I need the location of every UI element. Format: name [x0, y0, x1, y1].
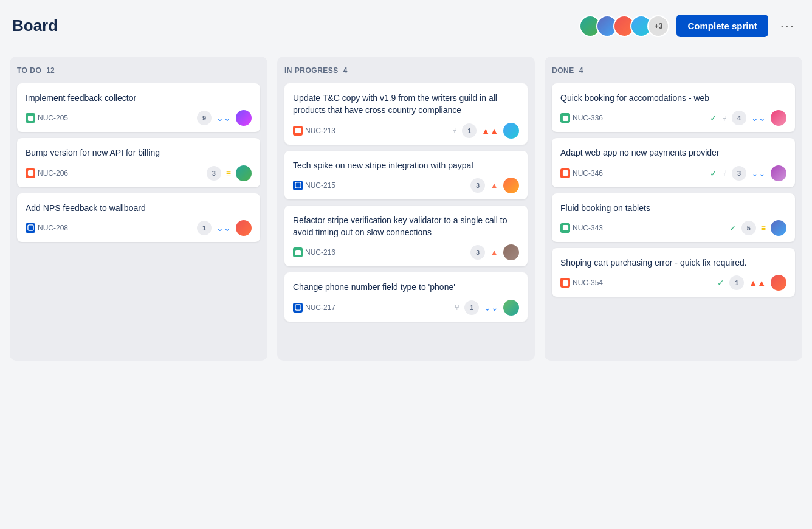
card-title: Shoping cart purchasing error - quick fi… [560, 257, 786, 269]
priority-icon: ⌄⌄ [751, 168, 766, 178]
priority-icon: ≡ [226, 168, 231, 178]
story-points-badge: 5 [741, 221, 756, 235]
avatar-more[interactable]: +3 [647, 15, 669, 37]
card[interactable]: Tech spike on new stripe integration wit… [284, 151, 528, 199]
card-footer: NUC-213 ⑂ 1 ▲▲ [293, 123, 519, 139]
issue-key: NUC-346 [573, 169, 603, 178]
story-points-badge: 1 [197, 221, 212, 235]
card[interactable]: Refactor stripe verification key validat… [284, 206, 528, 267]
column-todo: TO DO 12 Implement feedback collector NU… [10, 57, 267, 361]
card[interactable]: Implement feedback collector NUC-205 9 ⌄… [17, 83, 260, 132]
issue-key: NUC-343 [573, 224, 603, 232]
card[interactable]: Change phone number field type to 'phone… [284, 272, 528, 321]
header-right: +3 Complete sprint ··· [579, 15, 800, 37]
issue-tag: NUC-216 [293, 247, 335, 257]
issue-tag: NUC-217 [293, 303, 335, 313]
issue-type-icon [560, 113, 570, 123]
issue-type-icon [26, 113, 35, 123]
card-title: Refactor stripe verification key validat… [293, 214, 519, 239]
check-icon: ✓ [717, 278, 724, 288]
card[interactable]: Adapt web app no new payments provider N… [552, 138, 795, 187]
issue-tag: NUC-205 [26, 113, 68, 123]
card-footer: NUC-217 ⑂ 1 ⌄⌄ [293, 300, 519, 316]
issue-tag: NUC-208 [26, 223, 68, 233]
story-points-badge: 4 [732, 111, 746, 125]
issue-tag: NUC-346 [560, 168, 603, 178]
issue-key: NUC-213 [305, 126, 335, 135]
priority-icon: ▲▲ [749, 278, 766, 288]
column-inprogress: IN PROGRESS 4 Update T&C copy with v1.9 … [277, 57, 535, 361]
card[interactable]: Shoping cart purchasing error - quick fi… [552, 248, 795, 297]
card-title: Change phone number field type to 'phone… [293, 281, 519, 293]
issue-type-icon [26, 168, 35, 178]
card-title: Add NPS feedback to wallboard [26, 202, 252, 214]
check-icon: ✓ [729, 223, 737, 233]
issue-type-icon [560, 223, 570, 233]
issue-tag: NUC-354 [560, 278, 603, 288]
issue-tag: NUC-206 [26, 168, 68, 178]
issue-tag: NUC-215 [293, 181, 335, 190]
column-count-done: 4 [579, 66, 583, 75]
column-title-done: DONE [552, 66, 574, 75]
issue-type-icon [293, 181, 303, 190]
issue-key: NUC-215 [305, 181, 335, 190]
git-branch-icon: ⑂ [722, 114, 727, 123]
card[interactable]: Fluid booking on tablets NUC-343 ✓ 5 ≡ [552, 193, 795, 242]
assignee-avatar [503, 178, 519, 193]
column-header-done: DONE 4 [552, 66, 795, 75]
git-branch-icon: ⑂ [722, 168, 727, 178]
card-footer: NUC-206 3 ≡ [26, 165, 252, 181]
card-title: Tech spike on new stripe integration wit… [293, 159, 519, 171]
page-title: Board [12, 16, 58, 35]
card-footer: NUC-343 ✓ 5 ≡ [560, 220, 786, 236]
card-title: Bump version for new API for billing [26, 147, 252, 159]
card[interactable]: Bump version for new API for billing NUC… [17, 138, 260, 187]
issue-type-icon [293, 126, 303, 136]
story-points-badge: 1 [462, 123, 477, 138]
card-footer: NUC-354 ✓ 1 ▲▲ [560, 275, 786, 291]
svg-rect-14 [564, 282, 566, 284]
card-title: Quick booking for accomodations - web [560, 92, 786, 104]
svg-rect-11 [564, 172, 566, 175]
priority-icon: ⌄⌄ [216, 113, 231, 123]
assignee-avatar [236, 165, 252, 181]
column-count-todo: 12 [46, 66, 54, 75]
priority-icon: ≡ [761, 223, 766, 233]
assignee-avatar [236, 110, 252, 126]
card[interactable]: Quick booking for accomodations - web NU… [552, 83, 795, 132]
card-footer: NUC-216 3 ▲ [293, 244, 519, 260]
priority-icon: ⌄⌄ [751, 113, 766, 123]
column-count-inprogress: 4 [343, 66, 348, 75]
column-done: DONE 4 Quick booking for accomodations -… [545, 57, 802, 361]
priority-icon: ⌄⌄ [216, 223, 231, 233]
issue-key: NUC-354 [573, 278, 603, 287]
assignee-avatar [236, 220, 252, 236]
git-branch-icon: ⑂ [455, 303, 459, 312]
priority-icon: ⌄⌄ [484, 303, 498, 313]
assignee-avatar [503, 123, 519, 139]
card[interactable]: Add NPS feedback to wallboard NUC-208 1 … [17, 193, 260, 242]
column-header-todo: TO DO 12 [17, 66, 260, 75]
card-title: Adapt web app no new payments provider [560, 147, 786, 159]
story-points-badge: 3 [732, 166, 746, 181]
column-title-inprogress: IN PROGRESS [284, 66, 339, 75]
issue-key: NUC-208 [38, 224, 68, 232]
issue-key: NUC-217 [305, 303, 335, 312]
kanban-board: TO DO 12 Implement feedback collector NU… [10, 57, 802, 361]
card-footer: NUC-346 ✓ ⑂ 3 ⌄⌄ [560, 165, 786, 181]
issue-type-icon [560, 278, 570, 288]
card-footer: NUC-336 ✓ ⑂ 4 ⌄⌄ [560, 110, 786, 126]
issue-key: NUC-205 [38, 114, 68, 122]
issue-type-icon [293, 247, 303, 257]
team-avatars[interactable]: +3 [579, 15, 669, 37]
card[interactable]: Update T&C copy with v1.9 from the write… [284, 83, 528, 145]
more-options-button[interactable]: ··· [776, 16, 800, 36]
card-title: Update T&C copy with v1.9 from the write… [293, 92, 519, 117]
story-points-badge: 3 [207, 166, 221, 181]
story-points-badge: 9 [197, 111, 212, 125]
complete-sprint-button[interactable]: Complete sprint [676, 15, 768, 37]
issue-tag: NUC-343 [560, 223, 603, 233]
priority-icon: ▲ [490, 181, 498, 190]
story-points-badge: 1 [464, 300, 479, 315]
priority-icon: ▲▲ [481, 126, 498, 136]
